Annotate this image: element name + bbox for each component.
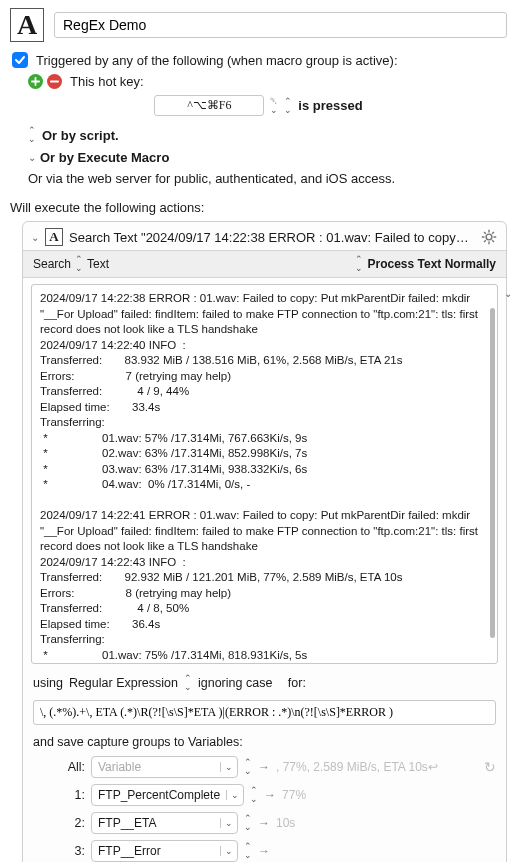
capture-variable-combo[interactable]: Variable⌄: [91, 756, 238, 778]
or-web-label: Or via the web server for public, authen…: [28, 171, 507, 186]
regex-input[interactable]: [33, 700, 496, 725]
search-text-content[interactable]: 2024/09/17 14:22:38 ERROR : 01.wav: Fail…: [31, 284, 498, 664]
remove-trigger-button[interactable]: [47, 74, 62, 89]
hotkey-mode-label: is pressed: [298, 98, 362, 113]
capture-variable-combo[interactable]: FTP_PercentComplete⌄: [91, 784, 244, 806]
capture-variable-combo[interactable]: FTP__ETA⌄: [91, 812, 238, 834]
save-captures-label: and save capture groups to Variables:: [23, 729, 506, 753]
capture-index-label: 2:: [63, 816, 85, 830]
capture-index-label: 1:: [63, 788, 85, 802]
using-label: using: [33, 676, 63, 690]
capture-preview: , 77%, 2.589 MiB/s, ETA 10s↩: [276, 760, 478, 774]
capture-options-stepper[interactable]: ⌃⌄: [244, 814, 252, 832]
capture-index-label: 3:: [63, 844, 85, 858]
action-title: Search Text "2024/09/17 14:22:38 ERROR :…: [69, 230, 474, 245]
action-type-icon: A: [45, 228, 63, 246]
capture-preview: 77%: [282, 788, 496, 802]
arrow-icon: →: [258, 816, 270, 830]
search-popup[interactable]: Search: [33, 257, 71, 271]
capture-options-stepper[interactable]: ⌃⌄: [244, 758, 252, 776]
macro-type-icon: A: [10, 8, 44, 42]
hotkey-field[interactable]: ^⌥⌘F6: [154, 95, 264, 116]
capture-row: 1: FTP_PercentComplete⌄ ⌃⌄ → 77%: [23, 781, 506, 809]
process-mode-popup[interactable]: Process Text Normally: [367, 257, 496, 271]
repeat-icon: ↻: [484, 759, 496, 775]
hotkey-stepper[interactable]: ␡⌄: [270, 97, 278, 115]
capture-row: 3: FTP__Error⌄ ⌃⌄ →: [23, 837, 506, 862]
text-options-stepper[interactable]: ⌄: [504, 288, 512, 299]
action-card: ⌄ A Search Text "2024/09/17 14:22:38 ERR…: [22, 221, 507, 862]
capture-options-stepper[interactable]: ⌃⌄: [244, 842, 252, 860]
arrow-icon: →: [258, 844, 270, 858]
capture-row: 2: FTP__ETA⌄ ⌃⌄ → 10s: [23, 809, 506, 837]
svg-point-0: [486, 234, 492, 240]
capture-variable-combo[interactable]: FTP__Error⌄: [91, 840, 238, 862]
capture-options-stepper[interactable]: ⌃⌄: [250, 786, 258, 804]
macro-title-input[interactable]: [54, 12, 507, 38]
or-execute-label: Or by Execute Macro: [40, 150, 169, 165]
or-execute-disclose[interactable]: ⌄: [28, 152, 36, 163]
arrow-icon: →: [258, 760, 270, 774]
capture-preview: 10s: [276, 816, 496, 830]
enabled-checkbox[interactable]: [12, 52, 28, 68]
execute-label: Will execute the following actions:: [10, 200, 507, 215]
hotkey-mode-stepper[interactable]: ⌃⌄: [284, 97, 292, 115]
source-popup[interactable]: Text: [87, 257, 109, 271]
capture-row: All: Variable⌄ ⌃⌄ → , 77%, 2.589 MiB/s, …: [23, 753, 506, 781]
arrow-icon: →: [264, 788, 276, 802]
hotkey-label: This hot key:: [70, 74, 144, 89]
action-disclose[interactable]: ⌄: [31, 232, 39, 243]
for-label: for:: [288, 676, 306, 690]
or-script-label: Or by script.: [42, 128, 119, 143]
add-trigger-button[interactable]: [28, 74, 43, 89]
scrollbar[interactable]: [490, 308, 495, 638]
match-type-popup[interactable]: Regular Expression: [69, 676, 178, 690]
or-script-stepper[interactable]: ⌃⌄: [28, 126, 36, 144]
capture-index-label: All:: [63, 760, 85, 774]
gear-icon[interactable]: [480, 228, 498, 246]
case-popup[interactable]: ignoring case: [198, 676, 272, 690]
trigger-label: Triggered by any of the following (when …: [36, 53, 398, 68]
